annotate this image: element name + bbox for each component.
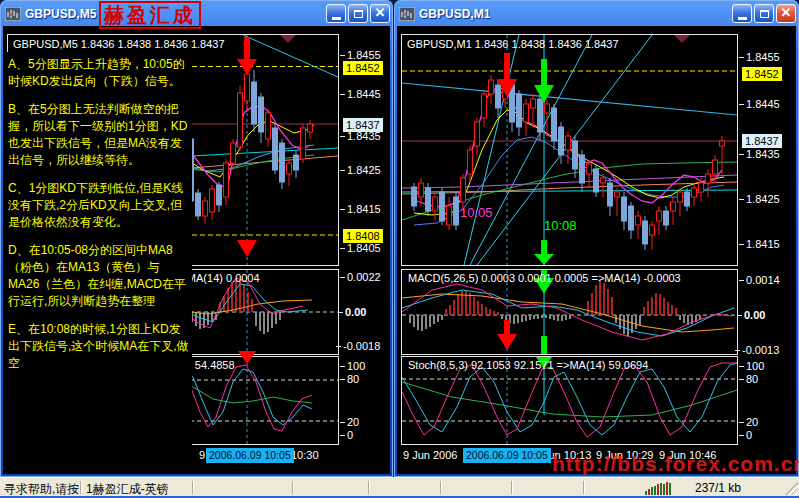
sell-signal-triangle [238, 351, 256, 364]
minimize-icon [738, 17, 747, 20]
status-separator [511, 481, 513, 494]
macd-pane-m1[interactable]: MACD(5,26,5) 0.0003 0.0001 0.0005 =>MA(1… [401, 269, 738, 355]
price-tick: 1.8445 [347, 88, 381, 100]
macd-tick: 0.0014 [746, 274, 780, 286]
chart-window-icon [399, 7, 415, 21]
maximize-icon [354, 10, 363, 18]
close-button[interactable]: ✕ [370, 4, 390, 23]
price-tick: 1.8455 [347, 49, 381, 61]
window-title: GBPUSD,M5 [25, 7, 96, 21]
macd-tick: -0.0013 [742, 344, 779, 356]
stoch-tick: 100 [746, 360, 764, 372]
status-separator [192, 481, 194, 494]
chart-client-m1: GBPUSD,M1 1.8436 1.8438 1.8436 1.8437 10… [397, 26, 796, 474]
status-traffic-text: 237/1 kb [695, 481, 741, 495]
status-separator [368, 481, 370, 494]
macd-zero-tick: 0.00 [345, 306, 366, 318]
price-tick: 1.8415 [347, 203, 381, 215]
price-tick: 1.8425 [746, 193, 780, 205]
note-e: E、在10:08的时候,1分图上KD发出下跌信号,这个时候MA在下叉,做空 [8, 321, 189, 372]
current-price-tag: 1.8437 [343, 118, 383, 132]
maximize-button[interactable] [348, 4, 368, 23]
connection-traffic-icon [645, 482, 673, 495]
maximize-icon [760, 10, 769, 18]
minimize-icon [332, 17, 341, 20]
ohlc-readout-m5: GBPUSD,M5 1.8436 1.8438 1.8436 1.8437 [13, 38, 225, 50]
crosshair-time-highlight: 2006.06.09 10:05 [206, 448, 294, 463]
chart-client-m5: GBPUSD,M5 1.8436 1.8438 1.8436 1.8437 =>… [3, 26, 390, 474]
stoch-tick: 20 [347, 416, 359, 428]
window-title: GBPUSD,M1 [419, 7, 490, 21]
stoch-tick: 80 [746, 373, 758, 385]
price-tick: 1.8425 [347, 164, 381, 176]
stoch-tick: 0 [347, 429, 353, 441]
minimize-button[interactable] [326, 4, 346, 23]
trading-terminal: GBPUSD,M5 ✕ 赫盈汇成 [0, 0, 799, 498]
time-tick: 9 Jun 10:29 [596, 449, 654, 461]
time-tick: 10:30 [291, 449, 319, 461]
time-mark-1005: 10:05 [460, 205, 493, 220]
status-bar: 寻求帮助,请按 1赫盈汇成-英镑 237/1 kb [0, 477, 799, 498]
minimize-button[interactable] [732, 4, 752, 23]
crosshair-time-highlight: 2006.06.09 10:05 [463, 448, 551, 463]
price-tick: 1.8455 [746, 51, 780, 63]
close-icon: ✕ [781, 6, 792, 19]
macd-tick: 0.0022 [347, 271, 381, 283]
close-icon: ✕ [375, 6, 386, 19]
time-tick: 9 [199, 449, 205, 461]
window-gbpusd-m1: GBPUSD,M1 ✕ [394, 0, 799, 477]
macd-tick: -0.0018 [343, 340, 380, 352]
ohlc-readout-m1: GBPUSD,M1 1.8436 1.8438 1.8436 1.8437 [407, 38, 619, 50]
status-separator [440, 481, 442, 494]
stoch-tick: 0 [746, 429, 752, 441]
time-mark-1008: 10:08 [544, 218, 577, 233]
price-tick: 1.8405 [347, 242, 381, 254]
stoch-tick: 80 [347, 373, 359, 385]
macd-zero-tick: 0.00 [744, 309, 765, 321]
low-line-tag: 1.8408 [343, 229, 383, 243]
time-tick: 9 Jun 10:46 [659, 449, 717, 461]
chart-window-icon [5, 7, 21, 21]
high-line-tag: 1.8452 [343, 61, 383, 75]
maximize-button[interactable] [754, 4, 774, 23]
stoch-tick: 100 [347, 360, 365, 372]
current-price-tag: 1.8437 [742, 134, 782, 148]
price-tick: 1.8435 [746, 148, 780, 160]
time-tick: 9 Jun 2006 [403, 449, 457, 461]
stoch-pane-m1[interactable]: Stoch(8,5,3) 92.1053 92.1571 =>MA(14) 59… [401, 356, 738, 445]
status-separator [583, 481, 585, 494]
resize-grip[interactable] [785, 482, 798, 495]
window-gbpusd-m5: GBPUSD,M5 ✕ 赫盈汇成 [0, 0, 393, 477]
titlebar-m5[interactable]: GBPUSD,M5 ✕ [0, 0, 393, 26]
note-a: A、5分图显示上升趋势，10:05的时候KD发出反向（下跌）信号。 [8, 56, 189, 90]
titlebar-m1[interactable]: GBPUSD,M1 ✕ [394, 0, 799, 26]
stoch-label-m1: Stoch(8,5,3) 92.1053 92.1571 =>MA(14) 59… [408, 359, 648, 371]
analysis-notes: A、5分图显示上升趋势，10:05的时候KD发出反向（下跌）信号。 B、在5分图… [3, 52, 192, 471]
status-separator [292, 481, 294, 494]
note-c: C、1分图KD下跌到低位,但是K线没有下跌,2分后KD又向上交叉,但是价格依然没… [8, 180, 189, 231]
high-line-tag: 1.8452 [742, 67, 782, 81]
status-separator [80, 481, 82, 494]
macd-label-m1: MACD(5,26,5) 0.0003 0.0001 0.0005 =>MA(1… [408, 272, 681, 284]
price-pane-m1[interactable]: GBPUSD,M1 1.8436 1.8438 1.8436 1.8437 10… [401, 34, 738, 266]
price-tick: 1.8415 [746, 238, 780, 250]
note-d: D、在10:05-08分的区间中MA8（粉色）在MA13（黄色）与MA26（兰色… [8, 242, 189, 310]
price-tick: 1.8445 [746, 98, 780, 110]
stoch-tick: 20 [746, 416, 758, 428]
note-b: B、在5分图上无法判断做空的把握，所以看下一级别的1分图，KD也发出下跌信号，但… [8, 101, 189, 169]
close-button[interactable]: ✕ [776, 4, 796, 23]
